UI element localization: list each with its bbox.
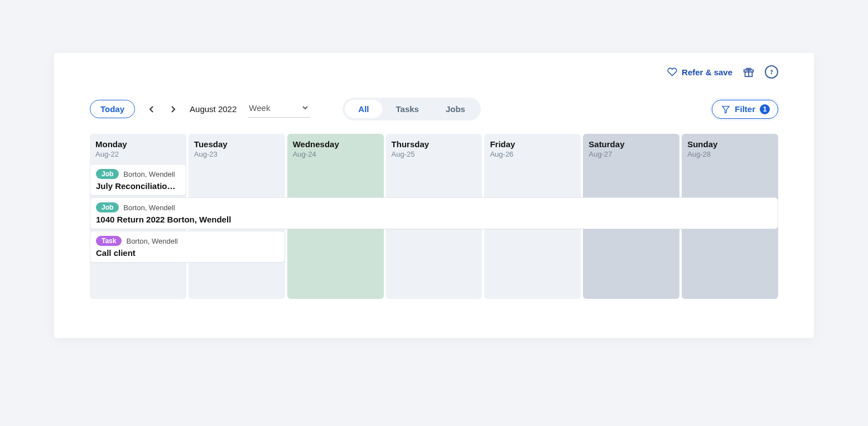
day-name: Sunday xyxy=(687,139,773,149)
chevron-left-icon xyxy=(149,105,155,113)
svg-marker-4 xyxy=(722,106,729,113)
month-label: August 2022 xyxy=(190,104,237,114)
event-title: 1040 Return 2022 Borton, Wendell xyxy=(96,215,772,224)
refer-label: Refer & save xyxy=(682,67,732,77)
refer-and-save-link[interactable]: Refer & save xyxy=(667,67,732,77)
nav-arrows xyxy=(145,103,180,116)
event-client: Borton, Wendell xyxy=(123,204,175,212)
day-date: Aug-26 xyxy=(490,150,575,158)
chevron-down-icon xyxy=(301,104,309,112)
svg-point-3 xyxy=(771,74,772,74)
event-title: Call client xyxy=(96,248,279,258)
calendar-panel: Refer & save Today August 2022 Week All … xyxy=(54,53,814,338)
topbar: Refer & save xyxy=(667,65,778,79)
day-date: Aug-28 xyxy=(687,150,773,158)
calendar-controls: Today August 2022 Week All Tasks Jobs Fi… xyxy=(90,98,778,120)
day-date: Aug-25 xyxy=(392,150,477,158)
help-button[interactable] xyxy=(765,65,778,79)
day-date: Aug-22 xyxy=(95,150,181,158)
gift-icon[interactable] xyxy=(742,66,755,78)
event-client: Borton, Wendell xyxy=(126,237,177,245)
question-icon xyxy=(768,69,775,75)
event-title: July Reconciliation 2… xyxy=(96,181,180,191)
job-pill: Job xyxy=(96,169,119,179)
day-name: Friday xyxy=(490,139,575,149)
filter-icon xyxy=(721,105,730,114)
job-pill: Job xyxy=(96,202,119,212)
day-name: Monday xyxy=(95,139,181,149)
event-card[interactable]: JobBorton, Wendell1040 Return 2022 Borto… xyxy=(90,197,778,229)
heart-icon xyxy=(667,67,677,77)
view-select[interactable]: Week xyxy=(248,101,310,118)
tab-all[interactable]: All xyxy=(345,100,382,118)
week-grid: MondayAug-22TuesdayAug-23WednesdayAug-24… xyxy=(90,134,778,299)
day-name: Wednesday xyxy=(293,139,378,149)
tab-tasks[interactable]: Tasks xyxy=(382,100,432,118)
day-name: Saturday xyxy=(589,139,674,149)
chevron-right-icon xyxy=(170,105,176,113)
filter-label: Filter xyxy=(735,104,755,114)
event-card[interactable]: JobBorton, WendellJuly Reconciliation 2… xyxy=(90,164,186,196)
day-date: Aug-23 xyxy=(194,150,279,158)
view-select-value: Week xyxy=(249,103,270,113)
day-name: Thursday xyxy=(392,139,477,149)
task-pill: Task xyxy=(96,236,122,246)
day-date: Aug-27 xyxy=(589,150,674,158)
event-client: Borton, Wendell xyxy=(123,170,175,178)
event-card[interactable]: TaskBorton, WendellCall client xyxy=(90,231,285,263)
filter-button[interactable]: Filter 1 xyxy=(712,100,778,119)
day-name: Tuesday xyxy=(194,139,279,149)
day-date: Aug-24 xyxy=(293,150,378,158)
type-tabs: All Tasks Jobs xyxy=(343,98,481,120)
today-button[interactable]: Today xyxy=(90,100,135,118)
next-week-button[interactable] xyxy=(166,103,180,116)
prev-week-button[interactable] xyxy=(145,103,158,116)
filter-count-badge: 1 xyxy=(760,104,770,114)
tab-jobs[interactable]: Jobs xyxy=(432,100,479,118)
